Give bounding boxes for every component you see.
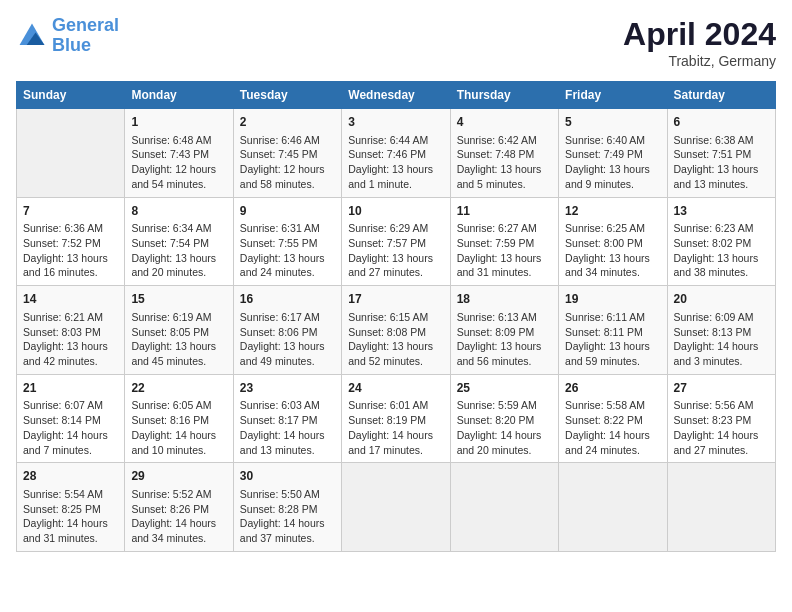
calendar-cell: 24Sunrise: 6:01 AM Sunset: 8:19 PM Dayli… (342, 374, 450, 463)
day-number: 30 (240, 468, 335, 485)
day-number: 1 (131, 114, 226, 131)
col-tuesday: Tuesday (233, 82, 341, 109)
day-number: 3 (348, 114, 443, 131)
day-number: 23 (240, 380, 335, 397)
week-row-2: 7Sunrise: 6:36 AM Sunset: 7:52 PM Daylig… (17, 197, 776, 286)
day-info: Sunrise: 6:19 AM Sunset: 8:05 PM Dayligh… (131, 310, 226, 369)
calendar-cell: 14Sunrise: 6:21 AM Sunset: 8:03 PM Dayli… (17, 286, 125, 375)
calendar-cell: 15Sunrise: 6:19 AM Sunset: 8:05 PM Dayli… (125, 286, 233, 375)
calendar-cell (17, 109, 125, 198)
calendar-cell (667, 463, 775, 552)
col-wednesday: Wednesday (342, 82, 450, 109)
day-number: 16 (240, 291, 335, 308)
day-info: Sunrise: 6:03 AM Sunset: 8:17 PM Dayligh… (240, 398, 335, 457)
day-info: Sunrise: 6:05 AM Sunset: 8:16 PM Dayligh… (131, 398, 226, 457)
day-number: 12 (565, 203, 660, 220)
day-number: 20 (674, 291, 769, 308)
week-row-1: 1Sunrise: 6:48 AM Sunset: 7:43 PM Daylig… (17, 109, 776, 198)
logo: General Blue (16, 16, 119, 56)
day-number: 25 (457, 380, 552, 397)
day-info: Sunrise: 5:50 AM Sunset: 8:28 PM Dayligh… (240, 487, 335, 546)
day-number: 2 (240, 114, 335, 131)
day-number: 19 (565, 291, 660, 308)
calendar-cell: 12Sunrise: 6:25 AM Sunset: 8:00 PM Dayli… (559, 197, 667, 286)
calendar-cell: 5Sunrise: 6:40 AM Sunset: 7:49 PM Daylig… (559, 109, 667, 198)
day-number: 28 (23, 468, 118, 485)
day-number: 11 (457, 203, 552, 220)
col-saturday: Saturday (667, 82, 775, 109)
calendar-cell: 19Sunrise: 6:11 AM Sunset: 8:11 PM Dayli… (559, 286, 667, 375)
day-number: 10 (348, 203, 443, 220)
calendar-cell: 13Sunrise: 6:23 AM Sunset: 8:02 PM Dayli… (667, 197, 775, 286)
calendar-cell: 30Sunrise: 5:50 AM Sunset: 8:28 PM Dayli… (233, 463, 341, 552)
calendar-cell: 18Sunrise: 6:13 AM Sunset: 8:09 PM Dayli… (450, 286, 558, 375)
logo-icon (16, 20, 48, 52)
logo-line1: General (52, 15, 119, 35)
calendar-cell: 4Sunrise: 6:42 AM Sunset: 7:48 PM Daylig… (450, 109, 558, 198)
calendar-cell: 6Sunrise: 6:38 AM Sunset: 7:51 PM Daylig… (667, 109, 775, 198)
calendar-cell: 28Sunrise: 5:54 AM Sunset: 8:25 PM Dayli… (17, 463, 125, 552)
day-number: 29 (131, 468, 226, 485)
day-number: 21 (23, 380, 118, 397)
month-title: April 2024 (623, 16, 776, 53)
calendar-cell: 16Sunrise: 6:17 AM Sunset: 8:06 PM Dayli… (233, 286, 341, 375)
day-number: 9 (240, 203, 335, 220)
calendar-cell: 3Sunrise: 6:44 AM Sunset: 7:46 PM Daylig… (342, 109, 450, 198)
page-header: General Blue April 2024 Trabitz, Germany (16, 16, 776, 69)
calendar-cell: 10Sunrise: 6:29 AM Sunset: 7:57 PM Dayli… (342, 197, 450, 286)
day-number: 27 (674, 380, 769, 397)
day-number: 8 (131, 203, 226, 220)
day-info: Sunrise: 6:17 AM Sunset: 8:06 PM Dayligh… (240, 310, 335, 369)
day-number: 15 (131, 291, 226, 308)
day-info: Sunrise: 6:27 AM Sunset: 7:59 PM Dayligh… (457, 221, 552, 280)
day-info: Sunrise: 6:29 AM Sunset: 7:57 PM Dayligh… (348, 221, 443, 280)
logo-text: General Blue (52, 16, 119, 56)
day-info: Sunrise: 6:15 AM Sunset: 8:08 PM Dayligh… (348, 310, 443, 369)
day-info: Sunrise: 6:31 AM Sunset: 7:55 PM Dayligh… (240, 221, 335, 280)
calendar-cell: 23Sunrise: 6:03 AM Sunset: 8:17 PM Dayli… (233, 374, 341, 463)
calendar-table: Sunday Monday Tuesday Wednesday Thursday… (16, 81, 776, 552)
calendar-cell: 8Sunrise: 6:34 AM Sunset: 7:54 PM Daylig… (125, 197, 233, 286)
calendar-cell: 2Sunrise: 6:46 AM Sunset: 7:45 PM Daylig… (233, 109, 341, 198)
calendar-cell: 17Sunrise: 6:15 AM Sunset: 8:08 PM Dayli… (342, 286, 450, 375)
day-info: Sunrise: 6:11 AM Sunset: 8:11 PM Dayligh… (565, 310, 660, 369)
col-friday: Friday (559, 82, 667, 109)
day-number: 13 (674, 203, 769, 220)
week-row-3: 14Sunrise: 6:21 AM Sunset: 8:03 PM Dayli… (17, 286, 776, 375)
day-number: 26 (565, 380, 660, 397)
calendar-cell: 1Sunrise: 6:48 AM Sunset: 7:43 PM Daylig… (125, 109, 233, 198)
calendar-cell: 9Sunrise: 6:31 AM Sunset: 7:55 PM Daylig… (233, 197, 341, 286)
calendar-cell: 29Sunrise: 5:52 AM Sunset: 8:26 PM Dayli… (125, 463, 233, 552)
day-info: Sunrise: 6:46 AM Sunset: 7:45 PM Dayligh… (240, 133, 335, 192)
header-row: Sunday Monday Tuesday Wednesday Thursday… (17, 82, 776, 109)
week-row-4: 21Sunrise: 6:07 AM Sunset: 8:14 PM Dayli… (17, 374, 776, 463)
day-info: Sunrise: 5:59 AM Sunset: 8:20 PM Dayligh… (457, 398, 552, 457)
day-info: Sunrise: 6:07 AM Sunset: 8:14 PM Dayligh… (23, 398, 118, 457)
day-info: Sunrise: 6:42 AM Sunset: 7:48 PM Dayligh… (457, 133, 552, 192)
calendar-cell: 21Sunrise: 6:07 AM Sunset: 8:14 PM Dayli… (17, 374, 125, 463)
col-thursday: Thursday (450, 82, 558, 109)
calendar-cell (559, 463, 667, 552)
title-block: April 2024 Trabitz, Germany (623, 16, 776, 69)
calendar-cell: 27Sunrise: 5:56 AM Sunset: 8:23 PM Dayli… (667, 374, 775, 463)
day-info: Sunrise: 6:25 AM Sunset: 8:00 PM Dayligh… (565, 221, 660, 280)
day-info: Sunrise: 6:13 AM Sunset: 8:09 PM Dayligh… (457, 310, 552, 369)
day-info: Sunrise: 5:58 AM Sunset: 8:22 PM Dayligh… (565, 398, 660, 457)
day-info: Sunrise: 6:40 AM Sunset: 7:49 PM Dayligh… (565, 133, 660, 192)
day-info: Sunrise: 5:56 AM Sunset: 8:23 PM Dayligh… (674, 398, 769, 457)
day-info: Sunrise: 6:01 AM Sunset: 8:19 PM Dayligh… (348, 398, 443, 457)
logo-line2: Blue (52, 35, 91, 55)
calendar-cell: 20Sunrise: 6:09 AM Sunset: 8:13 PM Dayli… (667, 286, 775, 375)
col-sunday: Sunday (17, 82, 125, 109)
calendar-body: 1Sunrise: 6:48 AM Sunset: 7:43 PM Daylig… (17, 109, 776, 552)
calendar-cell: 26Sunrise: 5:58 AM Sunset: 8:22 PM Dayli… (559, 374, 667, 463)
calendar-cell (342, 463, 450, 552)
day-number: 22 (131, 380, 226, 397)
day-info: Sunrise: 6:34 AM Sunset: 7:54 PM Dayligh… (131, 221, 226, 280)
day-info: Sunrise: 6:23 AM Sunset: 8:02 PM Dayligh… (674, 221, 769, 280)
day-info: Sunrise: 6:44 AM Sunset: 7:46 PM Dayligh… (348, 133, 443, 192)
day-number: 17 (348, 291, 443, 308)
day-number: 4 (457, 114, 552, 131)
day-number: 5 (565, 114, 660, 131)
location-subtitle: Trabitz, Germany (623, 53, 776, 69)
